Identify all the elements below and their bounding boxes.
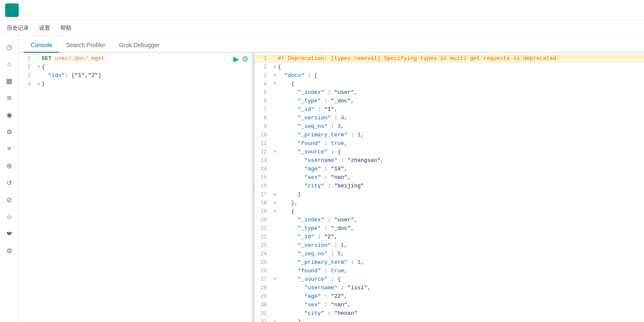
line-content: "found" : true, [278, 267, 644, 275]
tab-search-profiler[interactable]: Search Profiler [59, 38, 112, 53]
output-line: 30 "sex" : "nan", [255, 301, 644, 309]
bulb-icon[interactable]: ⊹ [2, 209, 17, 224]
tab-console[interactable]: Console [24, 38, 59, 53]
line-number: 3 [255, 71, 272, 80]
line-content[interactable]: GET user/_doc/_mget [42, 54, 252, 63]
fold-toggle[interactable]: ▼ [272, 71, 278, 80]
app-logo [5, 3, 19, 17]
tab-grok-debugger[interactable]: Grok Debugger [112, 38, 167, 53]
output-line: 9 "_seq_no" : 3, [255, 122, 644, 131]
fold-toggle [272, 241, 278, 250]
line-number: 19 [255, 207, 272, 216]
line-number: 6 [255, 97, 272, 105]
fold-toggle [272, 54, 278, 63]
line-content: { [278, 80, 644, 88]
document-icon[interactable]: ≡ [2, 141, 17, 156]
editor-toolbar: ▶ ⚙ [233, 54, 249, 64]
line-number: 14 [255, 165, 272, 173]
clock-icon[interactable]: ◷ [2, 39, 17, 54]
output-line: 19 ▼ { [255, 207, 644, 216]
fold-toggle [272, 114, 278, 122]
output-line: 11 "found" : true, [255, 139, 644, 148]
line-number: 24 [255, 250, 272, 258]
line-number: 29 [255, 292, 272, 301]
line-content: "_seq_no" : 5, [278, 250, 644, 258]
line-content[interactable]: "ids": ["1","2"] [42, 71, 252, 80]
fold-toggle[interactable]: ▲ [272, 199, 278, 207]
line-number: 18 [255, 199, 272, 207]
line-content: "city" : "beijing" [278, 182, 644, 190]
fold-toggle[interactable]: ▼ [36, 63, 42, 71]
fold-toggle[interactable]: ▼ [272, 275, 278, 284]
line-number: 10 [255, 131, 272, 139]
map-icon[interactable]: ◉ [2, 107, 17, 122]
fold-toggle [272, 139, 278, 148]
settings-icon[interactable]: ⚙ [2, 243, 17, 258]
output-line: 7 "_id" : "1", [255, 105, 644, 114]
fold-toggle [272, 250, 278, 258]
output-line: 15 "sex" : "nan", [255, 173, 644, 182]
heart-icon[interactable]: ❤ [2, 226, 17, 241]
refresh-icon[interactable]: ↺ [2, 175, 17, 190]
menubar: 历史记录 设置 帮助 [0, 20, 644, 36]
line-number: 12 [255, 148, 272, 156]
home-icon[interactable]: ⌂ [2, 56, 17, 71]
fold-toggle[interactable]: ▼ [272, 63, 278, 71]
line-content: "_version" : 1, [278, 241, 644, 250]
line-content: "_version" : 4, [278, 114, 644, 122]
line-content: "found" : true, [278, 139, 644, 148]
line-content: "sex" : "nan", [278, 301, 644, 309]
output-line: 8 "_version" : 4, [255, 114, 644, 122]
fold-toggle [272, 156, 278, 165]
fold-toggle [272, 131, 278, 139]
line-number: 13 [255, 156, 272, 165]
menu-help[interactable]: 帮助 [60, 24, 71, 32]
menu-history[interactable]: 历史记录 [7, 24, 29, 32]
fold-toggle[interactable]: ▲ [272, 318, 278, 322]
fold-toggle [272, 105, 278, 114]
line-content[interactable]: { [42, 63, 252, 71]
sidebar: ◷⌂▦≋◉⚙≡⊛↺⊘⊹❤⚙ [0, 36, 19, 322]
line-number: 3 [19, 71, 36, 80]
line-content: "city" : "henan" [278, 309, 644, 318]
output-line: 10 "_primary_term" : 1, [255, 131, 644, 139]
editor-line: 1 GET user/_doc/_mget [19, 54, 252, 63]
editor-content[interactable]: 1 GET user/_doc/_mget 2 ▼ { 3 "ids": ["1… [19, 53, 252, 322]
line-content: "_primary_term" : 1, [278, 258, 644, 267]
line-number: 28 [255, 284, 272, 292]
line-number: 11 [255, 139, 272, 148]
grid-icon[interactable]: ▦ [2, 73, 17, 88]
chart-icon[interactable]: ≋ [2, 90, 17, 105]
output-line: 17 ▲ } [255, 190, 644, 199]
line-content[interactable]: } [42, 80, 252, 88]
line-content: "_source" : { [278, 148, 644, 156]
output-line: 6 "_type" : "_doc", [255, 97, 644, 105]
fold-toggle[interactable]: ▼ [272, 148, 278, 156]
fold-toggle[interactable]: ▲ [36, 80, 42, 88]
line-content: "age" : "18", [278, 165, 644, 173]
fold-toggle[interactable]: ▲ [272, 190, 278, 199]
fold-toggle [36, 54, 42, 63]
line-number: 25 [255, 258, 272, 267]
run-button[interactable]: ▶ [233, 54, 239, 64]
settings-button[interactable]: ⚙ [242, 54, 249, 64]
line-number: 9 [255, 122, 272, 131]
tool-icon[interactable]: ⊛ [2, 158, 17, 173]
output-line: 29 "age" : "22", [255, 292, 644, 301]
line-number: 5 [255, 88, 272, 97]
menu-settings[interactable]: 设置 [39, 24, 50, 32]
output-line: 32 ▲ } [255, 318, 644, 322]
line-number: 27 [255, 275, 272, 284]
fold-toggle[interactable]: ▼ [272, 207, 278, 216]
fold-toggle [272, 216, 278, 224]
line-number: 26 [255, 267, 272, 275]
fold-toggle[interactable]: ▼ [272, 80, 278, 88]
line-number: 8 [255, 114, 272, 122]
lock-icon[interactable]: ⊘ [2, 192, 17, 207]
editor-line: 3 "ids": ["1","2"] [19, 71, 252, 80]
line-number: 31 [255, 309, 272, 318]
gear-icon[interactable]: ⚙ [2, 124, 17, 139]
line-content: "_id" : "2", [278, 233, 644, 241]
output-line: 26 "found" : true, [255, 267, 644, 275]
output-line: 23 "_version" : 1, [255, 241, 644, 250]
